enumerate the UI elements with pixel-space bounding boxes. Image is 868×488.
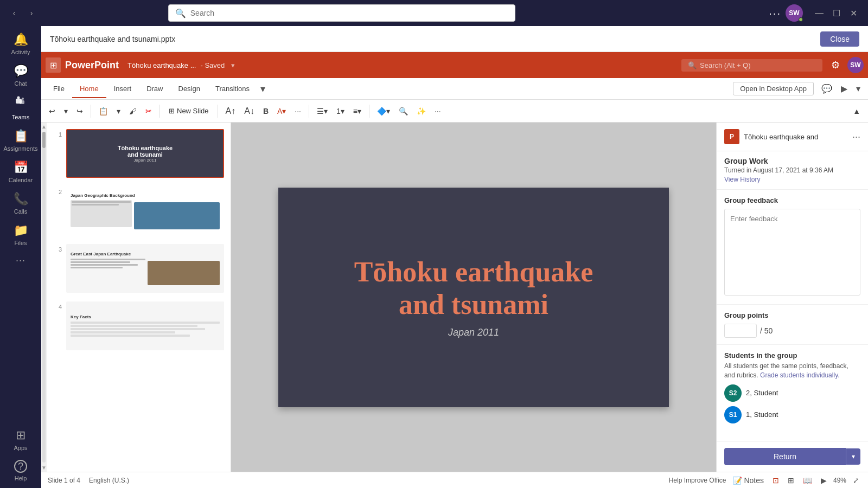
font-color-button[interactable]: A▾ [274,105,289,118]
sidebar-item-assignments[interactable]: 📋 Assignments [1,125,40,156]
copy-button[interactable]: 📋 [95,105,111,118]
scroll-thumb [42,132,46,148]
notes-button[interactable]: 📝 Notes [731,475,766,486]
more-tabs-button[interactable]: ▾ [853,81,864,96]
sidebar-item-chat[interactable]: 💬 Chat [1,60,40,91]
ppt-grid-button[interactable]: ⊞ [46,57,61,73]
slide-info: Slide 1 of 4 [48,477,80,484]
zoom-level: 49% [833,477,846,484]
present-icon-button[interactable]: ▶ [838,81,851,96]
shape-fill-button[interactable]: 🔷▾ [374,105,393,118]
fit-slide-button[interactable]: ⤢ [851,475,861,486]
slide-thumb-3[interactable]: 3 Great East Japan Earthquake [51,242,226,295]
maximize-button[interactable]: ☐ [829,5,844,21]
slide1-subtitle: Japan 2011 [134,158,157,163]
tab-draw[interactable]: Draw [139,80,170,98]
sidebar-item-label: Apps [14,445,27,451]
sidebar-item-calendar[interactable]: 📅 Calendar [1,156,40,188]
open-desktop-button[interactable]: Open in Desktop App [733,82,814,95]
slide-img-2[interactable]: Japan Geographic Background [66,187,224,235]
collapse-toolbar-button[interactable]: ▲ [850,105,864,118]
tab-file[interactable]: File [46,80,72,98]
sidebar-item-activity[interactable]: 🔔 Activity [1,28,40,60]
new-slide-button[interactable]: ⊞ New Slide [164,105,213,117]
slide3-title: Great East Japan Earthquake [71,252,220,256]
sidebar-item-label: Files [14,240,27,246]
sidebar-item-teams[interactable]: Teams [1,91,40,125]
slide1-title: Tōhoku earthquakeand tsunami [118,145,173,158]
chat-icon: 💬 [14,64,28,78]
tab-insert[interactable]: Insert [106,80,139,98]
undo-more-button[interactable]: ▾ [61,105,71,118]
rp-view-history-link[interactable]: View History [724,176,760,183]
cut-button[interactable]: ✂ [142,105,155,118]
find-button[interactable]: 🔍 [395,105,411,118]
scroll-down-button[interactable]: ▼ [41,465,47,471]
sidebar-item-help[interactable]: ? Help [1,455,40,486]
right-panel: P Tōhoku earthquake and ··· Group Work T… [716,123,868,472]
tab-transitions[interactable]: Transitions [208,80,257,98]
user-avatar[interactable]: SW [786,4,803,22]
return-chevron-button[interactable]: ▾ [846,448,860,465]
ppt-gear-icon[interactable]: ⚙ [831,59,840,71]
main-slide-title-part1: Tōhoku earthquake [354,256,593,287]
slide-thumb-4[interactable]: 4 Key Facts [51,299,226,352]
minimize-button[interactable]: — [812,5,827,21]
slide-img-3[interactable]: Great East Japan Earthquake [66,244,224,293]
copy-more-button[interactable]: ▾ [113,105,124,118]
main-slide: Tōhoku earthquake and tsunami Japan 2011 [278,188,669,407]
svg-point-2 [17,97,20,99]
bold-button[interactable]: B [260,105,272,118]
toolbar-separator-4 [309,105,309,118]
format-more-button[interactable]: ··· [291,105,304,118]
global-search-input[interactable] [190,9,508,17]
comment-icon-button[interactable]: 💬 [818,81,835,96]
slide-thumb-1[interactable]: 1 Tōhoku earthquakeand tsunami Japan 201… [51,127,226,180]
rp-points-denom: / 50 [760,326,773,335]
svg-rect-1 [20,100,24,104]
bullets-button[interactable]: ☰▾ [314,105,331,118]
rp-grade-individually-link[interactable]: Grade students individually. [760,371,840,379]
more-options-button[interactable]: ··· [769,7,781,20]
sidebar-item-files[interactable]: 📁 Files [1,219,40,251]
undo-button[interactable]: ↩ [46,105,59,118]
align-button[interactable]: ≡▾ [350,105,365,118]
sidebar-item-more[interactable]: ··· [1,251,40,271]
close-button[interactable]: Close [820,31,859,47]
scroll-track[interactable] [42,132,46,463]
tabs-more-chevron[interactable]: ▾ [257,81,269,97]
format-painter-button[interactable]: 🖌 [126,105,140,118]
reading-view-button[interactable]: 📖 [801,475,814,486]
tab-design[interactable]: Design [171,80,208,98]
scroll-up-button[interactable]: ▲ [41,124,47,130]
font-size-decrease-button[interactable]: A↓ [241,104,258,118]
smart-lookup-button[interactable]: ✨ [413,105,429,118]
nav-forward-button[interactable]: › [24,5,39,21]
rp-feedback-input[interactable] [724,209,860,296]
slide-thumb-2[interactable]: 2 Japan Geographic Background [51,184,226,237]
sidebar-item-calls[interactable]: 📞 Calls [1,188,40,219]
redo-button[interactable]: ↪ [73,105,86,118]
ppt-app-name: PowerPoint [65,60,119,71]
rp-more-button[interactable]: ··· [852,131,860,143]
ppt-user-avatar[interactable]: SW [847,57,864,73]
main-layout: 🔔 Activity 💬 Chat Teams 📋 Assignments � [0,26,868,488]
close-window-button[interactable]: ✕ [846,5,861,21]
more-toolbar-button[interactable]: ··· [431,105,444,118]
nav-back-button[interactable]: ‹ [7,5,22,21]
font-size-increase-button[interactable]: A↑ [222,104,239,118]
more-icon: ··· [16,255,25,266]
slide-img-4[interactable]: Key Facts [66,301,224,350]
normal-view-button[interactable]: ⊡ [770,475,781,486]
slideshow-button[interactable]: ▶ [819,475,829,486]
tab-home[interactable]: Home [72,80,106,98]
ppt-saved-dropdown[interactable]: ▾ [231,61,235,69]
rp-points-input[interactable] [724,324,757,338]
slide-sorter-button[interactable]: ⊞ [786,475,796,486]
slide-img-1[interactable]: Tōhoku earthquakeand tsunami Japan 2011 [66,129,224,178]
return-button[interactable]: Return [724,448,846,465]
sidebar-item-apps[interactable]: ⊞ Apps [1,424,40,455]
ppt-search-input[interactable] [700,61,808,69]
sidebar-item-label: Chat [14,80,27,87]
numbering-button[interactable]: 1▾ [333,105,348,118]
